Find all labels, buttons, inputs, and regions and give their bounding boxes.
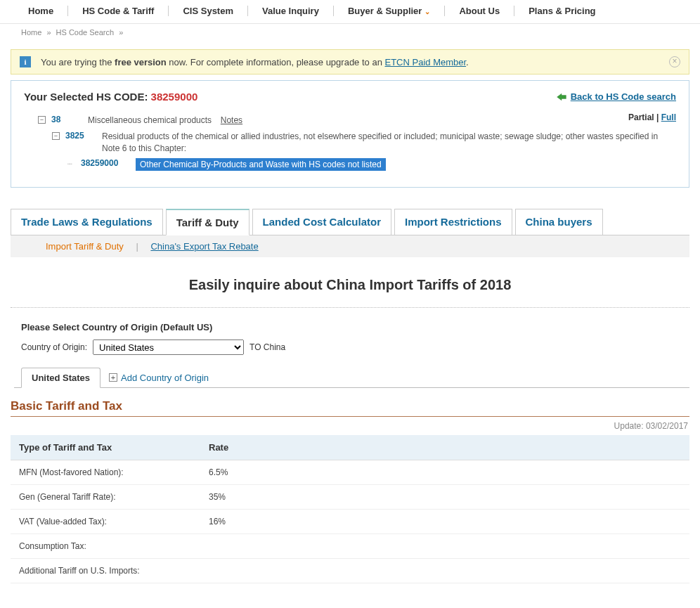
alert-text: You are trying the free version now. For… — [41, 57, 469, 67]
nav-home[interactable]: Home — [14, 6, 68, 16]
tariff-table: Type of Tariff and Tax Rate MFN (Most-fa… — [11, 435, 689, 583]
nav-plans[interactable]: Plans & Pricing — [514, 6, 609, 16]
tab-trade-laws[interactable]: Trade Laws & Regulations — [11, 209, 163, 235]
nav-list: Home HS Code & Tariff CIS System Value I… — [0, 6, 700, 16]
table-row: VAT (Value-added Tax):16% — [11, 510, 689, 534]
origin-label: Country of Origin: — [21, 342, 87, 352]
page-heading: Easily inquire about China Import Tariff… — [0, 277, 700, 293]
nav-cis[interactable]: CIS System — [169, 6, 248, 16]
tree-code-l2[interactable]: 3825 — [65, 131, 95, 141]
caret-down-icon: ⌄ — [424, 8, 430, 15]
tree-row-level1: − 38 Miscellaneous chemical products Not… — [24, 112, 242, 129]
nav-buyer-supplier[interactable]: Buyer & Supplier⌄ — [334, 6, 445, 16]
nav-hs-code[interactable]: HS Code & Tariff — [68, 6, 169, 16]
top-nav: Home HS Code & Tariff CIS System Value I… — [0, 0, 700, 24]
subnav-import-tariff[interactable]: Import Tariff & Duty — [46, 241, 124, 252]
tree-desc-l2: Residual products of the chemical or all… — [102, 131, 676, 155]
upgrade-link[interactable]: ETCN Paid Member — [385, 57, 467, 67]
tree-row-level3: ┈ 38259000 Other Chemical By-Products an… — [24, 156, 676, 173]
tab-import-restrictions[interactable]: Import Restrictions — [394, 209, 512, 235]
nav-value-inquiry[interactable]: Value Inquiry — [248, 6, 334, 16]
cell-rate: 16% — [200, 510, 689, 534]
table-header-row: Type of Tariff and Tax Rate — [11, 435, 689, 460]
selected-code: 38259000 — [151, 91, 198, 103]
country-tab-us[interactable]: United States — [21, 368, 101, 388]
breadcrumb: Home » HS Code Search » — [0, 24, 700, 42]
add-country-button[interactable]: + Add Country of Origin — [109, 373, 209, 383]
table-row: MFN (Most-favored Nation):6.5% — [11, 460, 689, 485]
cell-rate: 6.5% — [200, 460, 689, 485]
tree-row-level2: − 3825 Residual products of the chemical… — [24, 129, 676, 157]
cell-rate — [200, 534, 689, 559]
subnav-export-rebate[interactable]: China's Export Tax Rebate — [150, 241, 258, 252]
selected-header: Your Selected HS CODE: 38259000 Back to … — [24, 91, 676, 103]
cell-type: Gen (General Tariff Rate): — [11, 485, 200, 510]
close-icon[interactable]: × — [669, 56, 680, 67]
cell-rate: 35% — [200, 485, 689, 510]
tree-collapse-icon[interactable]: − — [38, 116, 46, 124]
section-title-row: Basic Tariff and Tax — [11, 399, 689, 417]
tab-china-buyers[interactable]: China buyers — [515, 209, 603, 235]
cell-type: Consumption Tax: — [11, 534, 200, 559]
table-row: Consumption Tax: — [11, 534, 689, 559]
cell-type: Additional Tariff on U.S. Imports: — [11, 559, 200, 583]
tab-landed-cost[interactable]: Landed Cost Calculator — [252, 209, 391, 235]
sub-nav: Import Tariff & Duty | China's Export Ta… — [11, 235, 689, 257]
cell-type: VAT (Value-added Tax): — [11, 510, 200, 534]
subnav-sep: | — [136, 241, 138, 252]
tree-desc-l3[interactable]: Other Chemical By-Products and Waste wit… — [136, 158, 386, 171]
main-tabs: Trade Laws & Regulations Tariff & Duty L… — [11, 209, 689, 235]
back-to-search-link[interactable]: Back to HS Code search — [556, 91, 676, 102]
tree-code-l1[interactable]: 38 — [51, 115, 81, 124]
cell-type: MFN (Most-favored Nation): — [11, 460, 200, 485]
back-arrow-icon — [556, 92, 567, 102]
plus-icon: + — [109, 373, 117, 382]
crumb-search[interactable]: HS Code Search — [56, 28, 115, 37]
partial-full-toggle: Partial | Full — [628, 112, 676, 122]
update-date: Update: 03/02/2017 — [11, 421, 688, 431]
breadcrumb-sep: » — [119, 28, 123, 37]
origin-block: Please Select Country of Origin (Default… — [21, 322, 679, 355]
origin-select[interactable]: United States — [93, 339, 244, 355]
partial-label: Partial — [628, 112, 654, 122]
hs-tree: − 38 Miscellaneous chemical products Not… — [24, 112, 676, 173]
divider-dotted — [11, 307, 689, 308]
section-title: Basic Tariff and Tax — [11, 399, 689, 413]
tree-leaf-icon: ┈ — [67, 160, 75, 169]
cell-rate — [200, 559, 689, 583]
tree-notes-link[interactable]: Notes — [221, 115, 242, 125]
breadcrumb-sep: » — [46, 28, 51, 37]
country-tabs: United States + Add Country of Origin — [14, 368, 689, 388]
tariff-section: Basic Tariff and Tax Update: 03/02/2017 … — [11, 399, 689, 583]
nav-about[interactable]: About Us — [445, 6, 514, 16]
tree-collapse-icon[interactable]: − — [52, 132, 60, 140]
crumb-home[interactable]: Home — [21, 28, 41, 37]
col-rate: Rate — [200, 435, 689, 460]
selected-title: Your Selected HS CODE: 38259000 — [24, 91, 197, 103]
origin-to: TO China — [249, 342, 285, 352]
tree-code-l3[interactable]: 38259000 — [81, 158, 129, 168]
tree-desc-l1: Miscellaneous chemical products Notes — [88, 115, 242, 127]
selected-hs-box: Your Selected HS CODE: 38259000 Back to … — [11, 80, 689, 188]
upgrade-alert: i You are trying the free version now. F… — [11, 49, 689, 75]
table-row: Additional Tariff on U.S. Imports: — [11, 559, 689, 583]
info-icon: i — [20, 56, 31, 67]
origin-row: Country of Origin: United States TO Chin… — [21, 339, 679, 355]
col-type: Type of Tariff and Tax — [11, 435, 200, 460]
tab-tariff-duty[interactable]: Tariff & Duty — [166, 209, 249, 235]
table-row: Gen (General Tariff Rate):35% — [11, 485, 689, 510]
origin-hint: Please Select Country of Origin (Default… — [21, 322, 679, 332]
full-link[interactable]: Full — [661, 112, 676, 122]
